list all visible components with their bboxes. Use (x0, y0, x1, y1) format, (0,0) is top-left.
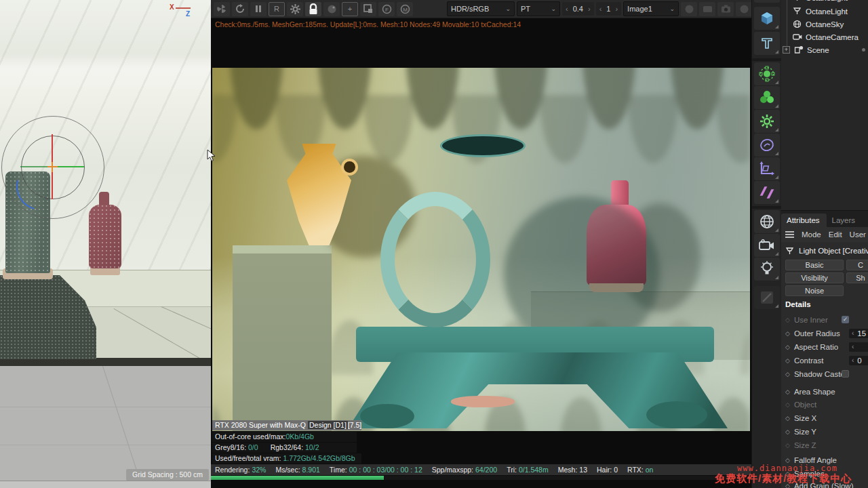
viewport-ground (0, 366, 211, 481)
section-noise-button[interactable]: Noise (785, 285, 844, 296)
svg-text:F: F (385, 6, 389, 12)
object-row[interactable]: OctaneSky (781, 18, 868, 30)
param-object: ◇Object (781, 398, 868, 411)
pitcher-base-band (451, 396, 515, 407)
contrast-field[interactable]: ‹0 (849, 356, 868, 365)
section-visibility-button[interactable]: Visibility (785, 272, 844, 283)
orb-icon[interactable] (736, 2, 752, 16)
cloth-fold (360, 404, 414, 428)
outofcore-label: Out-of-core used/max: (215, 432, 285, 441)
tab-layers[interactable]: Layers (827, 214, 863, 227)
render-pass-dropdown[interactable]: Image1⌄ (623, 1, 679, 16)
material-picker-icon[interactable]: M (397, 2, 413, 16)
add-region-icon[interactable]: + (342, 2, 358, 16)
param-outer-radius: ◇Outer Radius‹15 (781, 327, 868, 340)
c4d-perspective-viewport[interactable]: X Z Grid Spacing : 500 cm (0, 0, 211, 488)
region-scale-stepper[interactable]: ‹1› (596, 2, 621, 16)
spline-field-button[interactable] (754, 134, 780, 157)
kernel-dropdown[interactable]: PT⌄ (517, 1, 560, 16)
restart-render-icon[interactable] (232, 2, 248, 16)
object-row[interactable]: OctaneLight (781, 0, 868, 4)
colorspace-dropdown[interactable]: HDR/sRGB⌄ (447, 1, 515, 16)
status-spp: Spp/maxspp:64/200 (432, 466, 497, 474)
stepper-left-icon[interactable]: ‹ (566, 5, 568, 13)
sky-object-icon (792, 19, 802, 29)
effector-gear-button[interactable] (754, 110, 780, 133)
settings-gear-icon[interactable] (287, 2, 303, 16)
expand-icon[interactable]: + (783, 46, 790, 54)
menu-user-data[interactable]: User D (850, 230, 868, 239)
outer-radius-field[interactable]: ‹15 (849, 329, 868, 338)
object-label: Scene (807, 46, 829, 54)
section-shading-button[interactable]: Sh (846, 272, 868, 283)
grey-pair: Grey8/16: 0/0 (215, 443, 258, 453)
grey-value: 0/0 (248, 443, 258, 451)
light-bulb-button[interactable] (754, 258, 780, 281)
param-size-z: ◇Size Z (781, 439, 868, 451)
layer-dot[interactable] (862, 48, 865, 52)
focus-picker-icon[interactable]: F (378, 2, 395, 16)
stepper-left-icon[interactable]: ‹ (599, 5, 602, 13)
region-scale-value: 1 (606, 5, 610, 13)
render-region-icon[interactable] (699, 2, 715, 16)
svg-text:M: M (403, 6, 408, 12)
clay-mode-icon[interactable] (323, 2, 340, 16)
aspect-ratio-field[interactable]: ‹ (849, 342, 868, 352)
rgb-label: Rgb32/64: (271, 443, 303, 451)
status-hair: Hair:0 (597, 466, 618, 474)
outofcore-value: 0Kb/4Gb (285, 432, 313, 441)
lock-resolution-icon[interactable] (305, 2, 321, 16)
vram-label: Used/free/total vram: (215, 454, 281, 462)
status-tri: Tri:0/1.548m (507, 466, 549, 474)
use-inner-checkbox[interactable]: ✓ (842, 316, 849, 323)
render-image[interactable] (212, 68, 750, 431)
param-shadow-caster: ◇Shadow Caster (781, 367, 868, 380)
section-basic-button[interactable]: Basic (785, 260, 844, 270)
cloner-button[interactable] (754, 62, 780, 85)
camera-snapshot-icon[interactable] (717, 2, 734, 16)
shadow-caster-checkbox[interactable] (842, 370, 849, 378)
cube-primitive-button[interactable] (754, 7, 780, 30)
section-coord-button[interactable]: C (846, 260, 868, 270)
light-object-icon (785, 246, 795, 256)
disabled-material-button (754, 286, 780, 309)
camera-button[interactable] (754, 234, 780, 257)
object-row[interactable]: OctaneCamera (781, 30, 868, 43)
beauty-pass-icon[interactable] (681, 2, 697, 16)
gpu-device-name: RTX 2080 Super with Max-Q (215, 421, 308, 429)
chevron-down-icon: ⌄ (505, 5, 511, 12)
object-row[interactable]: OctaneLight (781, 5, 868, 18)
grey-label: Grey8/16: (215, 443, 246, 451)
kernel-value: PT (521, 5, 530, 13)
hamburger-menu-icon[interactable] (785, 231, 794, 238)
sky-globe-button[interactable] (754, 210, 780, 233)
stepper-right-icon[interactable]: › (615, 5, 618, 13)
chevron-down-icon: ⌄ (551, 5, 556, 12)
ground-grid-line (0, 445, 211, 445)
reset-region-icon[interactable]: R (269, 2, 285, 16)
axis-label-x: X (170, 3, 174, 11)
pause-render-icon[interactable] (250, 2, 267, 16)
param-use-inner: ◇Use Inner✓ (781, 313, 868, 326)
yellow-vase-handle (344, 161, 355, 173)
ground-grid-line (0, 407, 211, 407)
toolbar-separator (752, 58, 782, 61)
letter-r: R (274, 5, 279, 13)
object-row[interactable]: + Scene (781, 43, 868, 56)
menu-mode[interactable]: Mode (802, 230, 821, 239)
param-size-y: ◇Size Y (781, 425, 868, 438)
motext-button[interactable] (754, 32, 780, 55)
menu-edit[interactable]: Edit (829, 230, 842, 239)
application-window: X Z Grid Spacing : 500 cm R + F M HDR/sR… (0, 0, 868, 488)
kernel-fan-icon[interactable] (214, 2, 230, 16)
subsample-stepper[interactable]: ‹0.4› (562, 2, 594, 16)
pick-region-icon[interactable] (360, 2, 376, 16)
fracture-button[interactable] (754, 86, 780, 109)
teal-pitcher (441, 142, 524, 404)
tab-attributes[interactable]: Attributes (781, 214, 827, 227)
gpu-device-version: [7.5] (348, 421, 361, 429)
workplane-button[interactable] (754, 157, 780, 180)
symmetry-button[interactable] (754, 181, 780, 204)
clipped-tool-button[interactable] (754, 0, 780, 3)
stepper-right-icon[interactable]: › (588, 5, 591, 13)
